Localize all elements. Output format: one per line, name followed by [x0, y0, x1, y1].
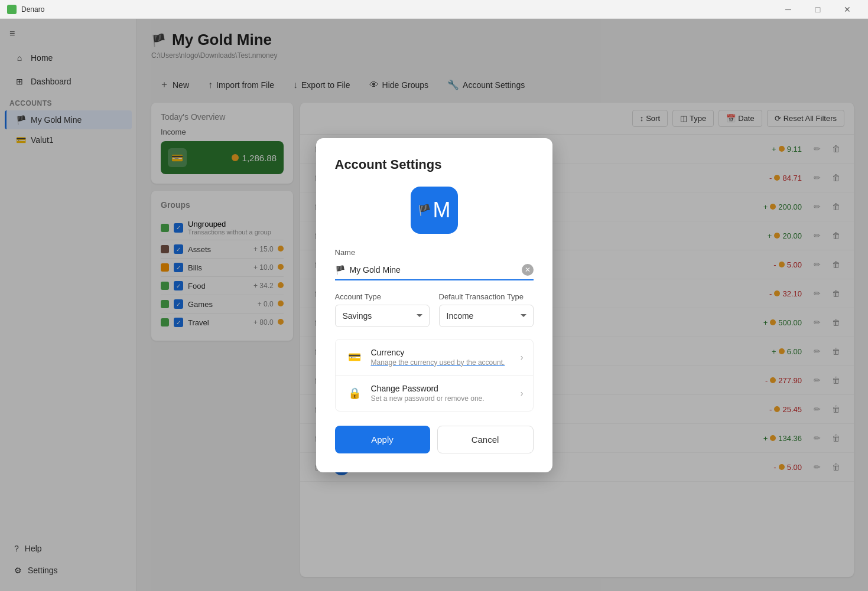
- name-flag-icon: 🏴: [335, 265, 345, 275]
- account-settings-modal: Account Settings 🏴 M Name 🏴 ✕ Account Ty…: [316, 138, 552, 472]
- name-input[interactable]: [350, 265, 522, 275]
- titlebar-controls: ─ □ ✕: [775, 0, 861, 19]
- default-transaction-select[interactable]: Income Expense: [439, 305, 534, 327]
- modal-footer: Apply Cancel: [335, 426, 534, 453]
- currency-desc: Manage the currency used by the account.: [371, 358, 513, 367]
- avatar-flag: 🏴: [418, 204, 431, 217]
- account-type-group: Account Type Savings Checking Credit Car…: [335, 292, 430, 327]
- password-section-item[interactable]: 🔒 Change Password Set a new password or …: [336, 376, 533, 411]
- apply-button[interactable]: Apply: [335, 426, 430, 453]
- name-clear-button[interactable]: ✕: [522, 264, 534, 276]
- titlebar-left: Denaro: [7, 5, 44, 14]
- modal-avatar: 🏴 M: [411, 187, 458, 234]
- cancel-button[interactable]: Cancel: [437, 426, 534, 453]
- account-type-select[interactable]: Savings Checking Credit Card Cash: [335, 305, 430, 327]
- form-row-types: Account Type Savings Checking Credit Car…: [335, 292, 534, 327]
- password-desc: Set a new password or remove one.: [371, 394, 513, 403]
- name-input-wrapper: 🏴 ✕: [335, 260, 534, 280]
- default-transaction-group: Default Transaction Type Income Expense: [439, 292, 534, 327]
- currency-arrow-icon: ›: [521, 352, 524, 362]
- name-field-label: Name: [335, 248, 534, 257]
- titlebar: Denaro ─ □ ✕: [0, 0, 868, 19]
- app-name: Denaro: [21, 5, 44, 14]
- currency-title: Currency: [371, 348, 513, 357]
- password-arrow-icon: ›: [521, 388, 524, 398]
- app-logo: [7, 5, 17, 14]
- maximize-button[interactable]: □: [804, 0, 831, 19]
- avatar-letter: M: [433, 198, 451, 223]
- modal-title: Account Settings: [335, 157, 534, 172]
- currency-section-item[interactable]: 💳 Currency Manage the currency used by t…: [336, 339, 533, 376]
- modal-sections: 💳 Currency Manage the currency used by t…: [335, 339, 534, 412]
- password-text: Change Password Set a new password or re…: [371, 384, 513, 403]
- account-type-label: Account Type: [335, 292, 430, 301]
- modal-overlay[interactable]: Account Settings 🏴 M Name 🏴 ✕ Account Ty…: [0, 19, 868, 591]
- default-transaction-label: Default Transaction Type: [439, 292, 534, 301]
- currency-text: Currency Manage the currency used by the…: [371, 348, 513, 367]
- minimize-button[interactable]: ─: [775, 0, 802, 19]
- close-button[interactable]: ✕: [834, 0, 861, 19]
- currency-icon: 💳: [345, 348, 364, 367]
- password-title: Change Password: [371, 384, 513, 393]
- lock-icon: 🔒: [345, 384, 364, 403]
